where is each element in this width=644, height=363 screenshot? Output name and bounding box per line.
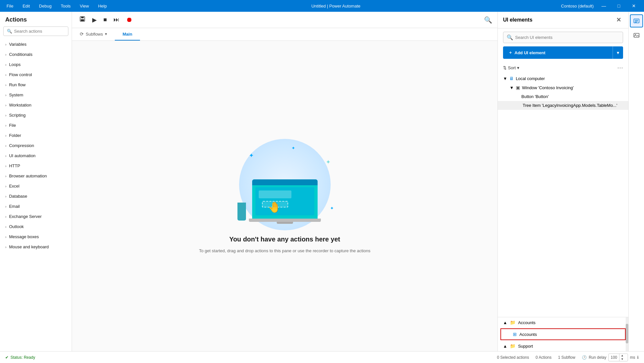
action-item-folder[interactable]: › Folder	[0, 130, 72, 140]
menu-tools[interactable]: Tools	[57, 2, 75, 10]
save-button[interactable]	[77, 14, 88, 25]
action-item-loops[interactable]: › Loops	[0, 59, 72, 70]
action-item-http[interactable]: › HTTP	[0, 161, 72, 171]
tree-local-computer[interactable]: ▼ 🖥 Local computer	[498, 74, 628, 83]
tree-support[interactable]: ▲ 📁 Support	[498, 341, 628, 351]
ui-elements-tab-icon[interactable]	[630, 14, 643, 27]
sparkle-icon: ✦	[330, 206, 334, 211]
selected-actions-count: 0 Selected actions	[497, 355, 529, 360]
user-account[interactable]: Contoso (default)	[561, 4, 594, 8]
scrollbar-thumb[interactable]	[626, 324, 628, 343]
next-step-button[interactable]: ⏭	[112, 15, 121, 25]
add-ui-element-button[interactable]: ＋ Add UI element ▾	[503, 46, 623, 59]
chevron-right-icon: ›	[5, 144, 7, 148]
tree-accounts-parent[interactable]: ▲ 📁 Accounts	[498, 317, 628, 328]
run-delay-arrows: ▲ ▼	[619, 354, 625, 361]
run-delay-input[interactable]: 100 ▲ ▼	[608, 354, 628, 361]
actions-list: › Variables › Conditionals › Loops › Flo…	[0, 39, 72, 351]
run-delay-label: Run delay	[589, 355, 606, 360]
action-label: Workstation	[9, 103, 31, 107]
scrollbar-track[interactable]	[626, 317, 628, 351]
collapse-icon: ▲	[503, 320, 507, 325]
monitor-icon: 🖥	[509, 76, 514, 81]
delay-down-arrow[interactable]: ▼	[619, 357, 625, 361]
action-item-outlook[interactable]: › Outlook	[0, 222, 72, 232]
chevron-down-icon: ▾	[517, 65, 519, 70]
action-item-flow-control[interactable]: › Flow control	[0, 70, 72, 80]
action-item-variables[interactable]: › Variables	[0, 39, 72, 49]
chevron-right-icon: ›	[5, 164, 7, 168]
action-item-compression[interactable]: › Compression	[0, 140, 72, 151]
action-label: Folder	[9, 133, 21, 138]
tree-window-contoso[interactable]: ▼ ▣ Window 'Contoso Invoicing'	[498, 83, 628, 92]
menu-debug[interactable]: Debug	[35, 2, 55, 10]
menu-edit[interactable]: Edit	[19, 2, 34, 10]
svg-rect-6	[635, 22, 637, 23]
svg-rect-1	[81, 17, 84, 18]
add-ui-element-dropdown[interactable]: ▾	[613, 47, 623, 58]
action-item-email[interactable]: › Email	[0, 201, 72, 211]
images-tab-icon[interactable]	[630, 29, 643, 42]
ui-elements-search-box: 🔍	[503, 32, 623, 43]
close-button[interactable]: ✕	[626, 0, 641, 12]
canvas-empty-subtitle: To get started, drag and drop actions to…	[199, 248, 371, 253]
window-controls: — □ ✕	[596, 0, 641, 12]
laptop-screen: 🤚	[252, 179, 318, 219]
more-options-button[interactable]: ⋯	[617, 64, 623, 71]
status-ready: ✔ Status: Ready	[5, 355, 35, 360]
action-item-excel[interactable]: › Excel	[0, 181, 72, 191]
stop-button[interactable]: ■	[101, 15, 109, 25]
action-item-exchange-server[interactable]: › Exchange Server	[0, 211, 72, 222]
tree-accounts-child[interactable]: ⊞ Accounts	[501, 329, 625, 339]
tab-subflows[interactable]: ⟳ Subflows ▾	[72, 28, 115, 41]
search-ui-elements-input[interactable]	[515, 35, 619, 40]
sort-button[interactable]: ⇅ Sort ▾	[503, 65, 519, 70]
action-item-run-flow[interactable]: › Run flow	[0, 80, 72, 90]
svg-rect-4	[635, 20, 638, 21]
action-item-conditionals[interactable]: › Conditionals	[0, 49, 72, 59]
delay-up-arrow[interactable]: ▲	[619, 354, 625, 357]
action-item-ui-automation[interactable]: › UI automation	[0, 151, 72, 161]
run-button[interactable]: ▶	[90, 15, 99, 25]
action-item-mouse-keyboard[interactable]: › Mouse and keyboard	[0, 242, 72, 252]
status-text: Status: Ready	[10, 355, 35, 360]
search-button[interactable]: 🔍	[484, 16, 492, 24]
svg-rect-5	[635, 21, 638, 22]
action-item-browser-automation[interactable]: › Browser automation	[0, 171, 72, 181]
chevron-right-icon: ›	[5, 93, 7, 97]
close-ui-elements-button[interactable]: ✕	[614, 16, 623, 24]
action-label: Exchange Server	[9, 214, 42, 219]
run-delay-section: 🕐 Run delay 100 ▲ ▼ ms ℹ	[582, 354, 639, 361]
action-item-scripting[interactable]: › Scripting	[0, 110, 72, 120]
record-button[interactable]: ⏺	[124, 15, 134, 25]
action-label: System	[9, 92, 23, 97]
chevron-right-icon: ›	[5, 154, 7, 158]
action-item-system[interactable]: › System	[0, 90, 72, 100]
run-delay-value: 100	[609, 354, 619, 361]
action-item-database[interactable]: › Database	[0, 191, 72, 201]
actions-panel: Actions 🔍 › Variables › Conditionals › L…	[0, 12, 72, 351]
tab-main[interactable]: Main	[115, 28, 140, 41]
tree-button-button[interactable]: Button 'Button'	[498, 92, 628, 101]
chevron-right-icon: ›	[5, 73, 7, 77]
action-item-file[interactable]: › File	[0, 120, 72, 130]
canvas-illustration: ✦ ✦ ✦ ✦ 🤚	[229, 139, 340, 230]
search-actions-input[interactable]	[14, 29, 69, 34]
sort-label: Sort	[508, 65, 516, 70]
tree-item-label: Accounts	[519, 332, 537, 337]
tree-item-legacy[interactable]: Tree Item 'LegacyInvoicingApp.Models.Tab…	[498, 101, 628, 110]
maximize-button[interactable]: □	[611, 0, 626, 12]
action-item-message-boxes[interactable]: › Message boxes	[0, 232, 72, 242]
menu-file[interactable]: File	[3, 2, 17, 10]
info-icon[interactable]: ℹ	[637, 355, 639, 360]
menu-help[interactable]: Help	[94, 2, 111, 10]
chevron-right-icon: ›	[5, 113, 7, 117]
collapse-icon: ▲	[503, 344, 507, 349]
tabs-bar: ⟳ Subflows ▾ Main	[72, 28, 497, 41]
minimize-button[interactable]: —	[596, 0, 611, 12]
action-label: Variables	[9, 42, 26, 47]
menu-view[interactable]: View	[76, 2, 93, 10]
action-label: Email	[9, 204, 20, 209]
add-ui-element-main[interactable]: ＋ Add UI element	[503, 46, 613, 59]
action-item-workstation[interactable]: › Workstation	[0, 100, 72, 110]
